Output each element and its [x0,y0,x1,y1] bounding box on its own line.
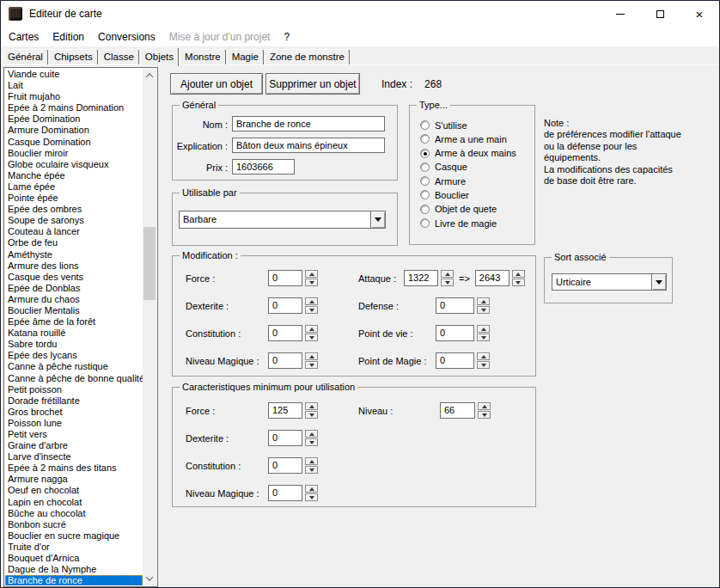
list-item[interactable]: Larve d'insecte [5,451,143,462]
tab[interactable]: Monstre [180,49,226,64]
spin-down-button[interactable] [305,466,318,474]
menu-item[interactable]: ? [277,28,296,46]
attack-after-field[interactable]: 2643 [475,270,509,286]
spin-down-button[interactable] [305,493,318,501]
stat-field[interactable]: 0 [268,485,302,501]
stat-field[interactable]: 0 [268,325,302,341]
radio-option[interactable]: Livre de magie [420,217,516,229]
stat-field[interactable]: 0 [268,270,302,286]
maximize-button[interactable] [640,1,680,27]
tab[interactable]: Général [3,49,48,64]
list-item[interactable]: Bouquet d'Arnica [5,553,143,564]
radio-option[interactable]: Arme a une main [420,133,516,144]
list-item[interactable]: Truite d'or [5,542,143,553]
list-item[interactable]: Oeuf en chocolat [5,485,143,496]
list-item[interactable]: Casque Domination [5,137,143,148]
spin-up-button[interactable] [441,270,454,278]
stat-field[interactable]: 125 [268,402,302,419]
list-item[interactable]: Gros brochet [5,407,143,418]
close-button[interactable]: × [680,1,719,27]
spin-down-button[interactable] [305,411,318,419]
spin-down-button[interactable] [478,411,491,419]
menu-item[interactable]: Cartes [2,28,46,46]
stat-field[interactable]: 0 [436,352,474,369]
list-item[interactable]: Manche épée [5,170,143,181]
stat-field[interactable]: 0 [268,352,302,369]
tab[interactable]: Objets [140,47,179,66]
spin-down-button[interactable] [477,361,490,369]
sort-combobox[interactable]: Urticaire [552,273,667,291]
list-item[interactable]: Soupe de saronys [5,215,143,226]
tab[interactable]: Classe [99,49,139,64]
list-item[interactable]: Dague de la Nymphe [5,564,143,575]
list-scrollbar[interactable] [143,69,156,585]
stat-field[interactable]: 0 [268,457,302,474]
spin-down-button[interactable] [477,306,490,314]
radio-option[interactable]: Casque [420,162,516,173]
list-item[interactable]: Globe oculaire visqueux [5,159,143,170]
attack-before-field[interactable]: 1322 [404,270,438,286]
menu-item[interactable]: Conversions [91,28,162,46]
list-item[interactable]: Epée âme de la forêt [5,316,143,328]
spin-up-button[interactable] [478,402,491,410]
spin-up-button[interactable] [477,297,490,305]
spin-down-button[interactable] [512,279,525,286]
list-item[interactable]: Armure nagga [5,474,143,485]
usable-dropdown-button[interactable] [370,211,385,228]
list-item[interactable]: Armure du chaos [5,294,143,305]
spin-down-button[interactable] [477,334,490,341]
prix-field[interactable]: 1603666 [232,159,295,175]
stat-field[interactable]: 0 [436,297,474,314]
stat-field[interactable]: 0 [268,430,302,446]
minimize-button[interactable] [601,1,640,27]
list-item[interactable]: Fruit mujaho [5,91,143,102]
list-item[interactable]: Dorade frétillante [5,395,143,407]
list-item[interactable]: Lame épée [5,181,143,193]
list-item[interactable]: Katana rouillé [5,328,143,339]
spin-down-button[interactable] [441,279,454,286]
list-item[interactable]: Bouclier Mentalis [5,305,143,316]
spin-up-button[interactable] [305,485,318,493]
list-item[interactable]: Casque des vents [5,272,143,283]
tab[interactable]: Magie [227,49,264,64]
spin-up-button[interactable] [305,270,318,278]
explication-field[interactable]: Bâton deux mains épineux [232,138,385,153]
radio-option[interactable]: Armure [420,175,516,187]
spin-up-button[interactable] [477,325,490,333]
spin-down-button[interactable] [305,279,318,286]
list-item[interactable]: Branche de ronce [5,575,143,585]
radio-option[interactable]: Arme à deux mains [420,148,516,159]
list-item[interactable]: Lapin en chocolat [5,497,143,508]
usable-combobox[interactable]: Barbare [179,211,386,229]
add-object-button[interactable]: Ajouter un objet [170,73,263,95]
menu-item[interactable]: Mise à jour d'un projet [162,28,278,46]
list-item[interactable]: Sabre tordu [5,339,143,350]
list-item[interactable]: Orbe de feu [5,237,143,248]
spin-down-button[interactable] [305,334,318,341]
list-item[interactable]: Lait [5,80,143,91]
radio-option[interactable]: Bouclier [420,189,516,200]
list-item[interactable]: Bonbon sucré [5,519,143,530]
list-item[interactable]: Epée de Donblas [5,283,143,294]
list-item[interactable]: Epée à 2 mains des titans [5,462,143,474]
scroll-down-button[interactable] [143,572,156,585]
list-item[interactable]: Armure Domination [5,125,143,136]
spin-down-button[interactable] [305,361,318,369]
sort-dropdown-button[interactable] [651,274,666,290]
nom-field[interactable]: Branche de ronce [232,116,385,132]
radio-option[interactable]: Objet de quete [420,204,516,215]
scroll-up-button[interactable] [143,69,156,83]
tab[interactable]: Chipsets [49,49,98,64]
menu-item[interactable]: Edition [46,28,91,46]
list-item[interactable]: Canne à pêche rustique [5,361,143,372]
list-item[interactable]: Bouclier en sucre magique [5,530,143,542]
list-item[interactable]: Epée des lycans [5,350,143,361]
list-item[interactable]: Couteau à lancer [5,226,143,237]
spin-up-button[interactable] [305,402,318,410]
list-item[interactable]: Bouclier miroir [5,148,143,159]
tab[interactable]: Zone de monstre [265,49,350,64]
list-item[interactable]: Epée à 2 mains Domination [5,102,143,113]
spin-up-button[interactable] [305,352,318,360]
spin-up-button[interactable] [305,325,318,333]
list-item[interactable]: Bûche au chocolat [5,508,143,519]
